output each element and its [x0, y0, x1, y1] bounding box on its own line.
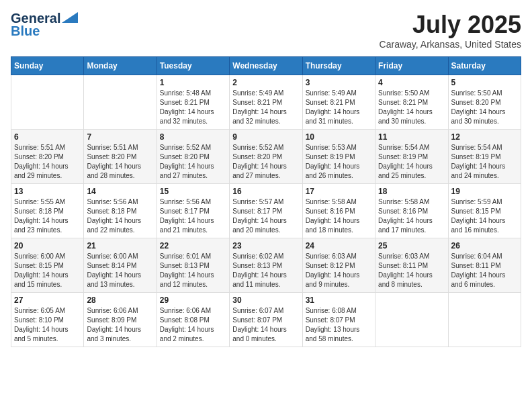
- logo-text-blue: Blue: [11, 24, 40, 39]
- day-number: 16: [232, 187, 299, 196]
- day-info: Sunrise: 5:51 AM Sunset: 8:20 PM Dayligh…: [87, 143, 153, 181]
- weekday-header-thursday: Thursday: [302, 57, 375, 75]
- day-number: 12: [451, 132, 518, 142]
- page-header: General Blue July 2025 Caraway, Arkansas…: [11, 11, 521, 50]
- day-info: Sunrise: 6:01 AM Sunset: 8:13 PM Dayligh…: [160, 252, 226, 289]
- calendar-cell: 10Sunrise: 5:53 AM Sunset: 8:19 PM Dayli…: [302, 130, 375, 184]
- calendar-week-1: 1Sunrise: 5:48 AM Sunset: 8:21 PM Daylig…: [11, 75, 521, 130]
- day-number: 24: [306, 241, 372, 250]
- day-number: 3: [306, 78, 372, 87]
- day-info: Sunrise: 5:55 AM Sunset: 8:18 PM Dayligh…: [14, 197, 81, 235]
- calendar-cell: 7Sunrise: 5:51 AM Sunset: 8:20 PM Daylig…: [84, 130, 157, 184]
- day-info: Sunrise: 6:07 AM Sunset: 8:07 PM Dayligh…: [232, 306, 299, 344]
- calendar-cell: 26Sunrise: 6:04 AM Sunset: 8:11 PM Dayli…: [448, 238, 521, 293]
- calendar-cell: [448, 293, 521, 347]
- title-section: July 2025 Caraway, Arkansas, United Stat…: [380, 11, 521, 50]
- calendar-header-row: SundayMondayTuesdayWednesdayThursdayFrid…: [11, 57, 521, 75]
- day-info: Sunrise: 5:49 AM Sunset: 8:21 PM Dayligh…: [306, 89, 372, 126]
- calendar-cell: 20Sunrise: 6:00 AM Sunset: 8:15 PM Dayli…: [11, 238, 84, 293]
- day-info: Sunrise: 5:53 AM Sunset: 8:19 PM Dayligh…: [306, 143, 372, 181]
- day-number: 20: [14, 241, 81, 250]
- calendar-cell: 28Sunrise: 6:06 AM Sunset: 8:09 PM Dayli…: [84, 293, 157, 347]
- weekday-header-saturday: Saturday: [448, 57, 521, 75]
- day-number: 25: [378, 241, 445, 250]
- calendar-cell: 25Sunrise: 6:03 AM Sunset: 8:11 PM Dayli…: [375, 238, 448, 293]
- day-number: 13: [14, 187, 81, 196]
- weekday-header-wednesday: Wednesday: [230, 57, 302, 75]
- day-info: Sunrise: 5:59 AM Sunset: 8:15 PM Dayligh…: [451, 197, 518, 235]
- day-number: 28: [87, 295, 153, 305]
- weekday-header-tuesday: Tuesday: [157, 57, 229, 75]
- calendar-cell: 2Sunrise: 5:49 AM Sunset: 8:21 PM Daylig…: [230, 75, 302, 130]
- calendar-cell: 18Sunrise: 5:58 AM Sunset: 8:16 PM Dayli…: [375, 184, 448, 238]
- day-info: Sunrise: 5:56 AM Sunset: 8:18 PM Dayligh…: [87, 197, 153, 235]
- day-info: Sunrise: 6:00 AM Sunset: 8:14 PM Dayligh…: [87, 252, 153, 289]
- calendar-cell: 1Sunrise: 5:48 AM Sunset: 8:21 PM Daylig…: [157, 75, 229, 130]
- day-info: Sunrise: 5:58 AM Sunset: 8:16 PM Dayligh…: [378, 197, 445, 235]
- calendar-week-5: 27Sunrise: 6:05 AM Sunset: 8:10 PM Dayli…: [11, 293, 521, 347]
- calendar-cell: 31Sunrise: 6:08 AM Sunset: 8:07 PM Dayli…: [302, 293, 375, 347]
- day-number: 29: [160, 295, 226, 305]
- day-info: Sunrise: 5:52 AM Sunset: 8:20 PM Dayligh…: [232, 143, 299, 181]
- calendar-table: SundayMondayTuesdayWednesdayThursdayFrid…: [11, 56, 521, 347]
- calendar-cell: 17Sunrise: 5:58 AM Sunset: 8:16 PM Dayli…: [302, 184, 375, 238]
- day-info: Sunrise: 5:58 AM Sunset: 8:16 PM Dayligh…: [306, 197, 372, 235]
- day-info: Sunrise: 5:52 AM Sunset: 8:20 PM Dayligh…: [160, 143, 226, 181]
- day-info: Sunrise: 5:51 AM Sunset: 8:20 PM Dayligh…: [14, 143, 81, 181]
- calendar-cell: 16Sunrise: 5:57 AM Sunset: 8:17 PM Dayli…: [230, 184, 302, 238]
- day-info: Sunrise: 6:00 AM Sunset: 8:15 PM Dayligh…: [14, 252, 81, 289]
- day-info: Sunrise: 5:56 AM Sunset: 8:17 PM Dayligh…: [160, 197, 226, 235]
- day-number: 5: [451, 78, 518, 87]
- day-info: Sunrise: 5:50 AM Sunset: 8:21 PM Dayligh…: [378, 89, 445, 126]
- calendar-cell: 24Sunrise: 6:03 AM Sunset: 8:12 PM Dayli…: [302, 238, 375, 293]
- calendar-cell: [375, 293, 448, 347]
- day-info: Sunrise: 6:03 AM Sunset: 8:12 PM Dayligh…: [306, 252, 372, 289]
- day-info: Sunrise: 6:05 AM Sunset: 8:10 PM Dayligh…: [14, 306, 81, 344]
- day-info: Sunrise: 5:54 AM Sunset: 8:19 PM Dayligh…: [451, 143, 518, 181]
- day-number: 30: [232, 295, 299, 305]
- day-info: Sunrise: 6:02 AM Sunset: 8:13 PM Dayligh…: [232, 252, 299, 289]
- day-number: 23: [232, 241, 299, 250]
- day-info: Sunrise: 6:03 AM Sunset: 8:11 PM Dayligh…: [378, 252, 445, 289]
- calendar-cell: 22Sunrise: 6:01 AM Sunset: 8:13 PM Dayli…: [157, 238, 229, 293]
- calendar-cell: 19Sunrise: 5:59 AM Sunset: 8:15 PM Dayli…: [448, 184, 521, 238]
- day-number: 11: [378, 132, 445, 142]
- calendar-cell: 30Sunrise: 6:07 AM Sunset: 8:07 PM Dayli…: [230, 293, 302, 347]
- calendar-cell: 8Sunrise: 5:52 AM Sunset: 8:20 PM Daylig…: [157, 130, 229, 184]
- month-title: July 2025: [380, 11, 521, 39]
- day-number: 8: [160, 132, 226, 142]
- day-number: 9: [232, 132, 299, 142]
- day-number: 18: [378, 187, 445, 196]
- calendar-cell: 15Sunrise: 5:56 AM Sunset: 8:17 PM Dayli…: [157, 184, 229, 238]
- day-info: Sunrise: 5:54 AM Sunset: 8:19 PM Dayligh…: [378, 143, 445, 181]
- calendar-week-4: 20Sunrise: 6:00 AM Sunset: 8:15 PM Dayli…: [11, 238, 521, 293]
- location-text: Caraway, Arkansas, United States: [380, 39, 521, 50]
- day-info: Sunrise: 6:06 AM Sunset: 8:08 PM Dayligh…: [160, 306, 226, 344]
- calendar-cell: 27Sunrise: 6:05 AM Sunset: 8:10 PM Dayli…: [11, 293, 84, 347]
- day-number: 27: [14, 295, 81, 305]
- calendar-cell: [84, 75, 157, 130]
- day-number: 21: [87, 241, 153, 250]
- calendar-cell: 21Sunrise: 6:00 AM Sunset: 8:14 PM Dayli…: [84, 238, 157, 293]
- day-info: Sunrise: 6:08 AM Sunset: 8:07 PM Dayligh…: [306, 306, 372, 344]
- day-info: Sunrise: 5:57 AM Sunset: 8:17 PM Dayligh…: [232, 197, 299, 235]
- calendar-cell: 14Sunrise: 5:56 AM Sunset: 8:18 PM Dayli…: [84, 184, 157, 238]
- day-number: 26: [451, 241, 518, 250]
- weekday-header-monday: Monday: [84, 57, 157, 75]
- day-info: Sunrise: 5:48 AM Sunset: 8:21 PM Dayligh…: [160, 89, 226, 126]
- svg-marker-0: [62, 12, 78, 23]
- calendar-cell: [11, 75, 84, 130]
- day-number: 31: [306, 295, 372, 305]
- day-number: 7: [87, 132, 153, 142]
- logo: General Blue: [11, 11, 78, 39]
- calendar-cell: 4Sunrise: 5:50 AM Sunset: 8:21 PM Daylig…: [375, 75, 448, 130]
- day-number: 15: [160, 187, 226, 196]
- day-number: 2: [232, 78, 299, 87]
- calendar-cell: 6Sunrise: 5:51 AM Sunset: 8:20 PM Daylig…: [11, 130, 84, 184]
- day-number: 14: [87, 187, 153, 196]
- calendar-cell: 5Sunrise: 5:50 AM Sunset: 8:20 PM Daylig…: [448, 75, 521, 130]
- calendar-week-2: 6Sunrise: 5:51 AM Sunset: 8:20 PM Daylig…: [11, 130, 521, 184]
- day-number: 1: [160, 78, 226, 87]
- calendar-cell: 3Sunrise: 5:49 AM Sunset: 8:21 PM Daylig…: [302, 75, 375, 130]
- logo-icon: [62, 12, 78, 23]
